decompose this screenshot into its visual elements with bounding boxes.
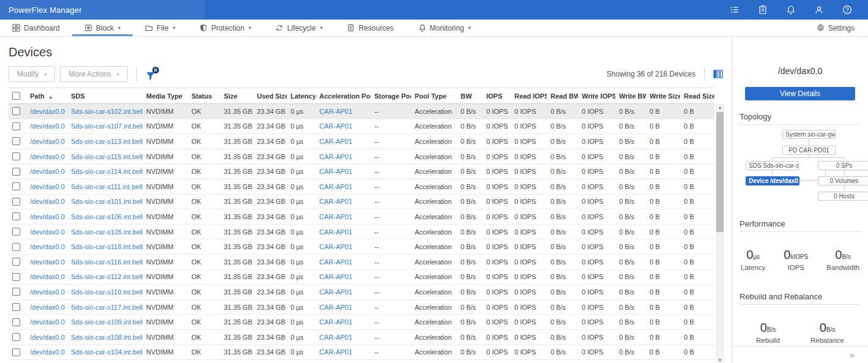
row-checkbox[interactable] [12,348,20,356]
nav-item-resources[interactable]: Resources [335,20,406,36]
column-header-read-size[interactable]: Read Size [680,88,714,104]
bell-icon[interactable] [786,5,796,15]
acceleration-pool-link[interactable]: CAR-AP01 [319,243,352,250]
path-link[interactable]: /dev/dax0.0 [30,153,65,160]
filter-button[interactable]: 0 [146,67,158,81]
row-checkbox[interactable] [12,198,20,206]
row-checkbox[interactable] [12,182,20,190]
acceleration-pool-link[interactable]: CAR-AP01 [319,228,352,236]
path-link[interactable]: /dev/dax0.0 [30,273,65,280]
scroll-down-arrow[interactable]: ▼ [716,357,724,363]
path-link[interactable]: /dev/dax0.0 [30,304,65,311]
path-link[interactable]: /dev/dax0.0 [30,138,65,145]
scroll-up-arrow[interactable]: ▲ [716,104,724,111]
sds-link[interactable]: Sds-sio-car-s109.int.belbone.be [71,318,143,326]
table-row[interactable]: /dev/dax0.0Sds-sio-car-s117.int.belbone.… [9,299,714,315]
table-row[interactable]: /dev/dax0.0Sds-sio-car-s101.int.belbone.… [9,194,714,209]
path-link[interactable]: /dev/dax0.0 [30,334,65,341]
sds-link[interactable]: Sds-sio-car-s105.int.belbone.be [71,228,143,236]
collapse-panel-icon[interactable]: » [850,350,855,360]
sds-link[interactable]: Sds-sio-car-s115.int.belbone.be [71,153,143,160]
row-checkbox[interactable] [12,318,20,326]
table-row[interactable]: /dev/dax0.0Sds-sio-car-s104.int.belbone.… [9,345,714,360]
table-row[interactable]: /dev/dax0.0Sds-sio-car-s113.int.belbone.… [9,134,714,149]
acceleration-pool-link[interactable]: CAR-AP01 [319,108,352,115]
column-header-size[interactable]: Size [220,88,253,104]
column-header-path[interactable]: Path▲ [26,88,67,104]
acceleration-pool-link[interactable]: CAR-AP01 [319,168,352,175]
acceleration-pool-link[interactable]: CAR-AP01 [319,138,352,145]
path-link[interactable]: /dev/dax0.0 [30,183,65,190]
sds-link[interactable]: Sds-sio-car-s117.int.belbone.be [71,304,143,311]
jobs-icon[interactable] [730,5,740,15]
row-checkbox[interactable] [12,107,20,115]
column-header-write-bw[interactable]: Write BW [615,88,646,104]
acceleration-pool-link[interactable]: CAR-AP01 [319,213,352,220]
table-row[interactable]: /dev/dax0.0Sds-sio-car-s114.int.belbone.… [9,164,714,179]
acceleration-pool-link[interactable]: CAR-AP01 [319,258,352,266]
column-header-write-iops[interactable]: Write IOPS [578,88,615,104]
acceleration-pool-link[interactable]: CAR-AP01 [319,288,352,296]
acceleration-pool-link[interactable]: CAR-AP01 [319,153,352,160]
path-link[interactable]: /dev/dax0.0 [30,168,65,175]
table-row[interactable]: /dev/dax0.0Sds-sio-car-s116.int.belbone.… [9,254,714,269]
table-row[interactable]: /dev/dax0.0Sds-sio-car-s102.int.belbone.… [9,104,714,119]
nav-item-monitoring[interactable]: Monitoring ▾ [406,20,483,36]
table-row[interactable]: /dev/dax0.0Sds-sio-car-s105.int.belbone.… [9,224,714,239]
sds-link[interactable]: Sds-sio-car-s108.int.belbone.be [71,334,143,341]
path-link[interactable]: /dev/dax0.0 [30,122,65,130]
acceleration-pool-link[interactable]: CAR-AP01 [319,318,352,326]
sds-link[interactable]: Sds-sio-car-s114.int.belbone.be [71,168,143,175]
acceleration-pool-link[interactable]: CAR-AP01 [319,183,352,190]
acceleration-pool-link[interactable]: CAR-AP01 [319,198,352,205]
column-header-media-type[interactable]: Media Type [143,88,188,104]
column-header-bw[interactable]: BW [457,88,483,104]
topology-node-volumes[interactable]: 0 Volumes [818,176,868,185]
select-all-checkbox[interactable] [12,92,20,100]
row-checkbox[interactable] [12,288,20,296]
path-link[interactable]: /dev/dax0.0 [30,258,65,266]
acceleration-pool-link[interactable]: CAR-AP01 [319,348,352,356]
column-header-iops[interactable]: IOPS [483,88,511,104]
path-link[interactable]: /dev/dax0.0 [30,288,65,296]
sds-link[interactable]: Sds-sio-car-s101.int.belbone.be [71,198,143,205]
column-header-write-size[interactable]: Write Size [646,88,680,104]
topology-node-sds[interactable]: SDS Sds-sio-car-s102... [746,161,799,170]
path-link[interactable]: /dev/dax0.0 [30,228,65,236]
acceleration-pool-link[interactable]: CAR-AP01 [319,273,352,280]
column-header-read-iops[interactable]: Read IOPS [511,88,547,104]
table-row[interactable]: /dev/dax0.0Sds-sio-car-s118.int.belbone.… [9,239,714,255]
settings-button[interactable]: Settings [803,20,868,36]
column-header-used-size[interactable]: Used Size [253,88,287,104]
table-row[interactable]: /dev/dax0.0Sds-sio-car-s111.int.belbone.… [9,179,714,194]
table-row[interactable]: /dev/dax0.0Sds-sio-car-s108.int.belbone.… [9,329,714,345]
sds-link[interactable]: Sds-sio-car-s102.int.belbone.be [71,108,143,115]
acceleration-pool-link[interactable]: CAR-AP01 [319,334,352,341]
sds-link[interactable]: Sds-sio-car-s110.int.belbone.be [71,288,143,296]
sds-link[interactable]: Sds-sio-car-s116.int.belbone.be [71,258,143,266]
nav-item-block[interactable]: Block ▾ [72,20,133,36]
row-checkbox[interactable] [12,168,20,176]
column-settings-button[interactable] [713,70,723,78]
topology-node-device[interactable]: Device /dev/dax0.0 [746,176,799,185]
path-link[interactable]: /dev/dax0.0 [30,213,65,220]
row-checkbox[interactable] [12,333,20,341]
row-checkbox[interactable] [12,243,20,251]
acceleration-pool-link[interactable]: CAR-AP01 [319,304,352,311]
clipboard-icon[interactable] [758,5,768,15]
row-checkbox[interactable] [12,258,20,266]
sds-link[interactable]: Sds-sio-car-s104.int.belbone.be [71,348,143,356]
column-header-read-bw[interactable]: Read BW [547,88,578,104]
sds-link[interactable]: Sds-sio-car-s106.int.belbone.be [71,213,143,220]
row-checkbox[interactable] [12,137,20,145]
nav-item-protection[interactable]: Protection ▾ [187,20,263,36]
modify-button[interactable]: Modify ▾ [9,66,55,82]
help-icon[interactable] [842,5,852,15]
path-link[interactable]: /dev/dax0.0 [30,318,65,326]
path-link[interactable]: /dev/dax0.0 [30,198,65,205]
table-row[interactable]: /dev/dax0.0Sds-sio-car-s112.int.belbone.… [9,269,714,285]
more-actions-button[interactable]: More Actions ▾ [60,66,127,82]
topology-node-hosts[interactable]: 0 Hosts [818,192,868,201]
column-header-sds[interactable]: SDS [67,88,143,104]
sds-link[interactable]: Sds-sio-car-s113.int.belbone.be [71,138,143,145]
